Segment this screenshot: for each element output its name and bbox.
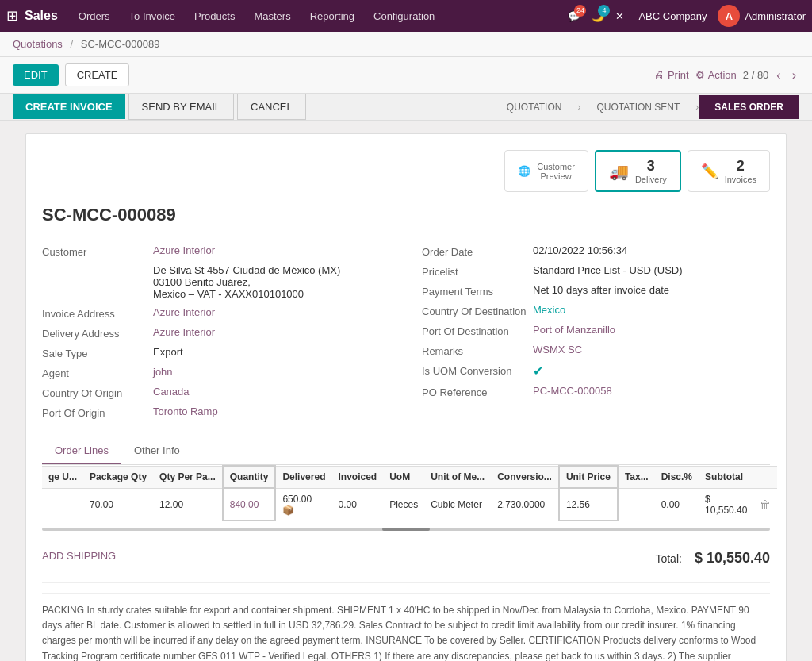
remarks-value[interactable]: WSMX SC bbox=[533, 344, 582, 355]
pricelist-value: Standard Price List - USD (USD) bbox=[533, 264, 683, 276]
invoice-address-value[interactable]: Azure Interior bbox=[153, 306, 215, 318]
payment-terms-label: Payment Terms bbox=[422, 284, 533, 298]
agent-field: Agent john bbox=[42, 363, 390, 382]
main-content: 🌐 CustomerPreview 🚚 3 Delivery ✏️ 2 Invo… bbox=[0, 121, 812, 661]
close-icon[interactable]: ✕ bbox=[612, 7, 627, 25]
add-shipping-button[interactable]: ADD SHIPPING bbox=[42, 550, 116, 562]
address-line2: 03100 Benito Juárez, bbox=[153, 276, 340, 288]
breadcrumb: Quotations / SC-MCC-000089 bbox=[0, 32, 812, 57]
agent-label: Agent bbox=[42, 366, 153, 379]
top-right-icons: 💬 24 🌙 4 ✕ ABC Company A Administrator bbox=[565, 5, 806, 27]
customer-address: De Silva St 4557 Ciudad de México (MX) 0… bbox=[153, 264, 340, 300]
uom-conversion-label: Is UOM Conversion bbox=[422, 363, 533, 377]
cell-invoiced: 0.00 bbox=[331, 488, 383, 521]
customer-value[interactable]: Azure Interior bbox=[153, 244, 215, 256]
nav-to-invoice[interactable]: To Invoice bbox=[121, 6, 184, 27]
total-box: Total: $ 10,550.40 bbox=[655, 550, 770, 567]
customer-preview-button[interactable]: 🌐 CustomerPreview bbox=[504, 150, 588, 192]
col-actions bbox=[753, 466, 777, 488]
col-unit-price: Unit Price bbox=[559, 466, 618, 488]
col-subtotal: Subtotal bbox=[699, 466, 753, 488]
form-grid: Customer Azure Interior De Silva St 4557… bbox=[42, 241, 770, 422]
breadcrumb-separator: / bbox=[71, 38, 74, 50]
activities-badge: 4 bbox=[598, 5, 610, 17]
po-reference-value[interactable]: PC-MCC-000058 bbox=[533, 385, 612, 397]
next-page-arrow[interactable]: › bbox=[789, 67, 799, 84]
order-date-label: Order Date bbox=[422, 244, 533, 258]
sale-type-value: Export bbox=[153, 346, 183, 358]
breadcrumb-parent[interactable]: Quotations bbox=[13, 38, 63, 50]
order-date-value: 02/10/2022 10:56:34 bbox=[533, 244, 627, 256]
cell-delete[interactable]: 🗑 bbox=[753, 488, 777, 521]
activities-icon[interactable]: 🌙 4 bbox=[588, 7, 607, 25]
cell-unit-price[interactable]: 12.56 bbox=[559, 488, 618, 521]
cell-subtotal: $ 10,550.40 bbox=[699, 488, 753, 521]
create-button[interactable]: CREATE bbox=[65, 63, 130, 86]
edit-button[interactable]: EDIT bbox=[13, 64, 59, 86]
print-link[interactable]: 🖨 Print bbox=[654, 69, 689, 81]
action-link[interactable]: ⚙ Action bbox=[695, 69, 737, 81]
delivery-detail-icon[interactable]: 📦 bbox=[282, 505, 294, 516]
stage-sales-order: SALES ORDER bbox=[699, 95, 799, 119]
uom-conversion-checkbox[interactable]: ✔ bbox=[533, 363, 543, 379]
status-bar: CREATE INVOICE SEND BY EMAIL CANCEL QUOT… bbox=[0, 94, 812, 121]
col-package-qty: Package Qty bbox=[83, 466, 153, 488]
customer-address-row: De Silva St 4557 Ciudad de México (MX) 0… bbox=[42, 261, 390, 303]
page-navigation: 2 / 80 ‹ › bbox=[743, 67, 799, 84]
truck-icon: 🚚 bbox=[609, 162, 629, 181]
cell-quantity[interactable]: 840.00 bbox=[223, 488, 276, 521]
company-name: ABC Company bbox=[638, 10, 707, 22]
messages-icon[interactable]: 💬 24 bbox=[565, 7, 584, 25]
tab-order-lines[interactable]: Order Lines bbox=[42, 438, 121, 464]
delivery-count: 3 bbox=[635, 158, 667, 175]
nav-products[interactable]: Products bbox=[186, 6, 243, 27]
country-destination-value[interactable]: Mexico bbox=[533, 304, 565, 316]
send-by-email-button[interactable]: SEND BY EMAIL bbox=[128, 94, 234, 120]
col-unit-of-me: Unit of Me... bbox=[424, 466, 491, 488]
delete-row-icon[interactable]: 🗑 bbox=[760, 498, 771, 511]
cell-unit-of-me: Cubic Meter bbox=[424, 488, 491, 521]
pencil-icon: ✏️ bbox=[701, 163, 718, 180]
country-origin-value[interactable]: Canada bbox=[153, 386, 190, 398]
port-destination-value[interactable]: Port of Manzanillo bbox=[533, 324, 615, 336]
prev-page-arrow[interactable]: ‹ bbox=[773, 67, 783, 84]
tabs: Order Lines Other Info bbox=[42, 438, 770, 465]
port-origin-field: Port Of Origin Toronto Ramp bbox=[42, 402, 390, 422]
nav-configuration[interactable]: Configuration bbox=[366, 6, 442, 27]
cell-tax bbox=[618, 488, 655, 521]
invoice-address-field: Invoice Address Azure Interior bbox=[42, 303, 390, 323]
col-invoiced: Invoiced bbox=[331, 466, 383, 488]
nav-orders[interactable]: Orders bbox=[71, 6, 118, 27]
country-origin-label: Country Of Origin bbox=[42, 386, 153, 399]
invoices-button[interactable]: ✏️ 2 Invoices bbox=[688, 150, 770, 192]
cancel-button[interactable]: CANCEL bbox=[237, 94, 306, 120]
agent-value[interactable]: john bbox=[153, 366, 173, 378]
port-destination-label: Port Of Destination bbox=[422, 324, 533, 337]
invoices-count: 2 bbox=[725, 158, 756, 175]
port-origin-value[interactable]: Toronto Ramp bbox=[153, 405, 218, 417]
apps-icon[interactable]: ⊞ bbox=[6, 7, 18, 25]
cell-uom: Pieces bbox=[383, 488, 424, 521]
avatar[interactable]: A bbox=[718, 5, 740, 27]
cell-delivered: 650.00 📦 bbox=[275, 488, 331, 521]
create-invoice-button[interactable]: CREATE INVOICE bbox=[13, 94, 125, 119]
delivery-button[interactable]: 🚚 3 Delivery bbox=[595, 150, 681, 192]
col-quantity: Quantity bbox=[223, 466, 276, 488]
tab-other-info[interactable]: Other Info bbox=[121, 438, 193, 464]
pricelist-label: Pricelist bbox=[422, 264, 533, 278]
delivery-address-label: Delivery Address bbox=[42, 326, 153, 340]
nav-masters[interactable]: Masters bbox=[246, 6, 298, 27]
left-fields: Customer Azure Interior De Silva St 4557… bbox=[42, 241, 390, 422]
order-date-field: Order Date 02/10/2022 10:56:34 bbox=[422, 241, 770, 261]
delivery-address-value[interactable]: Azure Interior bbox=[153, 326, 215, 338]
col-conversion: Conversio... bbox=[491, 466, 559, 488]
total-amount: $ 10,550.40 bbox=[695, 550, 770, 567]
nav-reporting[interactable]: Reporting bbox=[302, 6, 362, 27]
remarks-field: Remarks WSMX SC bbox=[422, 340, 770, 360]
table-row: 70.00 12.00 840.00 650.00 📦 0.00 Pieces … bbox=[42, 488, 777, 521]
invoices-label: Invoices bbox=[725, 175, 756, 184]
remarks-label: Remarks bbox=[422, 344, 533, 357]
globe-icon: 🌐 bbox=[518, 165, 530, 177]
document-container: 🌐 CustomerPreview 🚚 3 Delivery ✏️ 2 Invo… bbox=[25, 133, 787, 661]
document-title: SC-MCC-000089 bbox=[42, 205, 770, 225]
